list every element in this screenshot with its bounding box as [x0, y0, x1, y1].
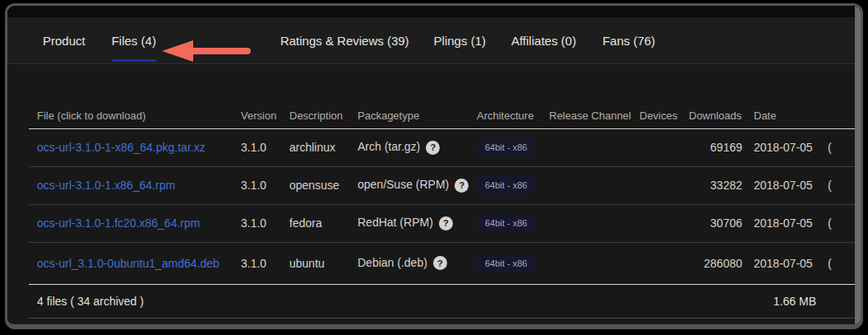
tab-ratings-reviews-39[interactable]: Ratings & Reviews (39) [280, 17, 409, 63]
help-icon[interactable]: ? [455, 179, 469, 193]
header-release-channel: Release Channel [549, 103, 639, 128]
header-file: File (click to download) [29, 103, 241, 128]
cell-devices [639, 242, 689, 284]
file-download-link[interactable]: ocs-url-3.1.0-1-x86_64.pkg.tar.xz [37, 141, 205, 154]
table-row: ocs-url_3.1.0-0ubuntu1_amd64.deb3.1.0ubu… [29, 242, 863, 284]
header-downloads: Downloads [689, 103, 754, 128]
tab-plings-1[interactable]: Plings (1) [434, 17, 486, 63]
cell-version: 3.1.0 [241, 242, 289, 284]
cell-downloads: 286080 [689, 242, 754, 284]
header-date: Date [754, 103, 828, 128]
cell-description: archlinux [289, 128, 358, 166]
tab-product[interactable]: Product [43, 17, 85, 63]
cell-date: 2018-07-05 [754, 128, 828, 166]
table-footer-row: 4 files ( 34 archived ) 1.66 MB [29, 284, 863, 318]
cell-description: ubuntu [289, 242, 358, 284]
cell-release_channel [549, 242, 639, 284]
cell-downloads: 30706 [689, 204, 754, 242]
cell-devices [639, 204, 689, 242]
cell-downloads: 33282 [689, 166, 754, 204]
table-row: ocs-url-3.1.0-1-x86_64.pkg.tar.xz3.1.0ar… [29, 128, 863, 166]
cell-file: ocs-url-3.1.0-1.x86_64.rpm [29, 166, 241, 204]
cell-packagetype: Debian (.deb)? [358, 242, 477, 284]
cell-version: 3.1.0 [241, 204, 289, 242]
cell-architecture: 64bit - x86 [477, 128, 549, 166]
packagetype-label: RedHat (RPM) [358, 216, 433, 229]
cell-version: 3.1.0 [241, 166, 289, 204]
table-row: ocs-url-3.1.0-1.fc20.x86_64.rpm3.1.0fedo… [29, 204, 863, 242]
files-table: File (click to download) Version Descrip… [29, 103, 863, 319]
packagetype-label: open/Suse (RPM) [358, 178, 449, 191]
cell-packagetype: open/Suse (RPM)? [358, 166, 477, 204]
tab-bar: ProductFiles (4)Ratings & Reviews (39)Pl… [7, 17, 861, 64]
cell-date: 2018-07-05 [754, 242, 828, 284]
help-icon[interactable]: ? [439, 216, 453, 230]
cell-packagetype: RedHat (RPM)? [358, 204, 477, 242]
packagetype-label: Debian (.deb) [358, 256, 427, 269]
cell-devices [639, 128, 689, 166]
window-top-band [7, 6, 861, 17]
table-header-row: File (click to download) Version Descrip… [29, 103, 863, 128]
total-size: 1.66 MB [689, 284, 828, 318]
files-summary: 4 files ( 34 archived ) [29, 284, 689, 318]
header-description: Description [289, 103, 358, 128]
tab-affiliates-0[interactable]: Affiliates (0) [511, 17, 576, 63]
cell-architecture: 64bit - x86 [477, 242, 549, 284]
cell-architecture: 64bit - x86 [477, 166, 549, 204]
cell-description: opensuse [289, 166, 358, 204]
cell-release_channel [549, 204, 639, 242]
files-panel: File (click to download) Version Descrip… [7, 103, 861, 319]
architecture-badge: 64bit - x86 [477, 254, 535, 272]
cell-file: ocs-url-3.1.0-1.fc20.x86_64.rpm [29, 204, 241, 242]
header-packagetype: Packagetype [358, 103, 477, 128]
help-icon[interactable]: ? [433, 256, 447, 270]
header-version: Version [241, 103, 289, 128]
file-download-link[interactable]: ocs-url_3.1.0-0ubuntu1_amd64.deb [37, 257, 219, 270]
cell-packagetype: Arch (tar.gz)? [358, 128, 477, 166]
cell-file: ocs-url_3.1.0-0ubuntu1_amd64.deb [29, 242, 241, 284]
header-devices: Devices [639, 103, 689, 128]
packagetype-label: Arch (tar.gz) [358, 140, 420, 153]
app-window: ProductFiles (4)Ratings & Reviews (39)Pl… [5, 3, 863, 329]
tab-files-4[interactable]: Files (4) [112, 17, 156, 63]
architecture-badge: 64bit - x86 [477, 138, 535, 156]
cell-date: 2018-07-05 [754, 204, 828, 242]
architecture-badge: 64bit - x86 [477, 176, 535, 194]
file-download-link[interactable]: ocs-url-3.1.0-1.fc20.x86_64.rpm [37, 216, 200, 230]
cell-description: fedora [289, 204, 358, 242]
cell-downloads: 69169 [689, 128, 754, 166]
cell-date: 2018-07-05 [754, 166, 828, 204]
cell-file: ocs-url-3.1.0-1-x86_64.pkg.tar.xz [29, 128, 241, 166]
tab-fans-76[interactable]: Fans (76) [603, 17, 655, 63]
file-download-link[interactable]: ocs-url-3.1.0-1.x86_64.rpm [37, 179, 175, 192]
table-row: ocs-url-3.1.0-1.x86_64.rpm3.1.0opensuseo… [29, 166, 863, 204]
cell-release_channel [549, 128, 639, 166]
architecture-badge: 64bit - x86 [477, 214, 535, 232]
help-icon[interactable]: ? [426, 141, 440, 155]
red-arrow-icon [162, 39, 254, 63]
cell-release_channel [549, 166, 639, 204]
cell-architecture: 64bit - x86 [477, 204, 549, 242]
table-body: ocs-url-3.1.0-1-x86_64.pkg.tar.xz3.1.0ar… [29, 128, 863, 284]
header-architecture: Architecture [477, 103, 549, 128]
cell-version: 3.1.0 [241, 128, 289, 166]
vertical-scrollbar[interactable] [855, 6, 861, 324]
cell-devices [639, 166, 689, 204]
